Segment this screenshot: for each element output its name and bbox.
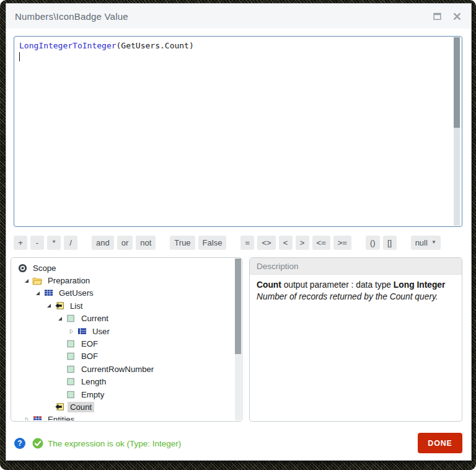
tree-item-label-selected: Count	[68, 402, 94, 412]
scope-tree: Scope Preparation	[12, 259, 234, 420]
output-parameter-icon	[55, 301, 64, 311]
expander-expanded-icon[interactable]	[24, 279, 30, 283]
description-term: Count	[257, 280, 281, 290]
function-name: LongIntegerToInteger	[19, 41, 117, 50]
check-circle-icon	[32, 438, 43, 449]
tree-item-eof[interactable]: EOF	[12, 337, 234, 350]
description-header: Description	[250, 258, 462, 275]
window-controls	[433, 12, 461, 20]
tree-scrollbar[interactable]	[235, 259, 241, 420]
scope-tree-panel: Scope Preparation	[11, 257, 242, 422]
tree-item-currentrownumber[interactable]: CurrentRowNumber	[12, 363, 234, 375]
value-square-icon	[66, 389, 76, 399]
value-square-icon	[66, 377, 76, 387]
operator-or-button[interactable]: or	[117, 236, 133, 250]
operator-notequal-button[interactable]: <>	[257, 236, 275, 250]
operator-equals-button[interactable]: =	[240, 236, 254, 250]
question-mark-icon: ?	[17, 439, 22, 448]
tree-item-label: CurrentRowNumber	[79, 364, 156, 375]
operator-divide-button[interactable]: /	[64, 236, 77, 250]
tree-item-label: Empty	[79, 389, 107, 400]
operator-plus-button[interactable]: +	[14, 236, 27, 250]
tree-item-label: GetUsers	[56, 288, 96, 298]
expander-expanded-icon[interactable]	[35, 291, 41, 295]
description-line1: Count output parameter : data type Long …	[257, 279, 455, 291]
operator-toolbar: + - * / and or not True False = <> < > <…	[14, 234, 462, 251]
text-cursor	[19, 52, 20, 61]
tree-item-getusers[interactable]: GetUsers	[12, 287, 234, 299]
operator-lessequal-button[interactable]: <=	[312, 236, 330, 250]
description-line2: Number of records returned by the Count …	[257, 291, 455, 303]
help-button[interactable]: ?	[14, 438, 25, 449]
null-label: null	[415, 238, 428, 247]
chevron-down-icon: ▼	[431, 240, 436, 245]
tree-item-count[interactable]: Count	[12, 401, 234, 413]
tree-item-label: List	[68, 301, 86, 311]
validation-message: The expression is ok (Type: Integer)	[48, 439, 181, 448]
true-button[interactable]: True	[170, 236, 195, 250]
status-bar: ? The expression is ok (Type: Integer) D…	[14, 432, 462, 454]
tree-item-length[interactable]: Length	[12, 376, 234, 388]
folder-open-icon	[32, 276, 42, 286]
window-close-icon	[453, 12, 461, 20]
tree-item-label: EOF	[79, 339, 100, 349]
description-body: Count output parameter : data type Long …	[250, 275, 462, 307]
entity-table-icon	[77, 326, 87, 336]
close-button[interactable]	[452, 12, 461, 20]
description-datatype: Long Integer	[394, 280, 446, 290]
tree-item-entities[interactable]: Entities	[12, 414, 234, 420]
output-parameter-icon	[55, 402, 64, 412]
tree-item-label: User	[90, 326, 112, 337]
dialog-title: Numbers\IconBadge Value	[15, 11, 128, 22]
done-button[interactable]: DONE	[418, 433, 462, 453]
scope-icon	[17, 263, 27, 273]
operator-less-button[interactable]: <	[279, 236, 293, 250]
value-square-icon	[66, 352, 76, 361]
expression-text: LongIntegerToInteger(GetUsers.Count)	[19, 40, 447, 51]
false-button[interactable]: False	[198, 236, 227, 250]
window-maximize-icon	[433, 12, 441, 20]
description-header-label: Description	[257, 262, 299, 271]
operator-and-button[interactable]: and	[92, 236, 114, 250]
aggregate-table-icon	[43, 288, 53, 298]
tree-item-label: Preparation	[45, 275, 92, 286]
expression-input[interactable]: LongIntegerToInteger(GetUsers.Count)	[14, 36, 462, 227]
operator-multiply-button[interactable]: *	[47, 236, 61, 250]
tree-item-label: Current	[79, 313, 111, 324]
expander-collapsed-icon[interactable]	[24, 416, 30, 420]
tree-item-label: Entities	[45, 414, 77, 420]
tree-item-empty[interactable]: Empty	[12, 388, 234, 401]
tree-scrollbar-thumb[interactable]	[235, 259, 241, 354]
tree-item-label: Length	[79, 376, 108, 387]
title-bar: Numbers\IconBadge Value	[6, 4, 471, 29]
tree-item-current[interactable]: Current	[12, 313, 234, 325]
editor-scrollbar[interactable]	[454, 37, 460, 226]
tree-item-scope[interactable]: Scope	[12, 262, 234, 274]
editor-scrollbar-thumb[interactable]	[454, 37, 460, 128]
expander-collapsed-icon[interactable]	[68, 328, 74, 335]
tree-item-label: BOF	[79, 351, 100, 361]
operator-not-button[interactable]: not	[136, 236, 156, 250]
tree-item-user[interactable]: User	[12, 325, 234, 337]
parentheses-button[interactable]: ()	[366, 236, 380, 250]
operator-greaterequal-button[interactable]: >=	[333, 236, 351, 250]
description-panel: Description Count output parameter : dat…	[249, 257, 462, 422]
value-square-icon	[66, 339, 76, 349]
square-brackets-button[interactable]: []	[383, 236, 397, 250]
null-dropdown[interactable]: null ▼	[411, 236, 441, 250]
function-args: (GetUsers.Count)	[117, 41, 194, 50]
expression-editor-dialog: Numbers\IconBadge Value LongIntegerToInt…	[6, 3, 472, 461]
operator-greater-button[interactable]: >	[296, 236, 309, 250]
tree-item-bof[interactable]: BOF	[12, 350, 234, 363]
expander-expanded-icon[interactable]	[57, 317, 63, 321]
entities-table-icon	[32, 415, 42, 420]
value-square-icon	[66, 314, 76, 324]
tree-item-list[interactable]: List	[12, 299, 234, 312]
tree-item-preparation[interactable]: Preparation	[12, 274, 234, 286]
maximize-button[interactable]	[433, 12, 441, 20]
value-square-icon	[66, 364, 76, 374]
tree-item-label: Scope	[30, 263, 58, 273]
operator-minus-button[interactable]: -	[30, 236, 44, 250]
expander-expanded-icon[interactable]	[46, 304, 52, 308]
